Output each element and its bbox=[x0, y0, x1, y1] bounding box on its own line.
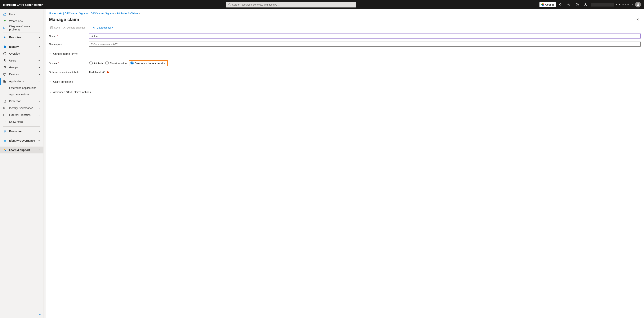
sidebar: Home What's new Diagnose & solve problem… bbox=[0, 9, 44, 318]
sidebar-home[interactable]: Home bbox=[0, 11, 44, 18]
search-placeholder: Search resources, services, and docs (G+… bbox=[232, 3, 280, 6]
sidebar-identity[interactable]: Identity bbox=[0, 43, 44, 50]
feedback-button[interactable]: Got feedback? bbox=[91, 26, 114, 30]
sidebar-protection-sub[interactable]: Protection bbox=[0, 98, 44, 105]
help-icon[interactable] bbox=[573, 0, 581, 9]
claim-conditions-section[interactable]: Claim conditions bbox=[49, 78, 640, 86]
svg-rect-26 bbox=[4, 140, 6, 142]
sidebar-id-governance[interactable]: Identity Governance bbox=[0, 105, 44, 112]
name-label: Name bbox=[49, 35, 56, 38]
users-icon bbox=[3, 59, 6, 62]
sidebar-applications[interactable]: Applications bbox=[0, 78, 44, 85]
crumb-attrs[interactable]: Attributes & Claims bbox=[117, 12, 138, 15]
source-label: Source bbox=[49, 62, 57, 65]
schema-ext-label: Schema extension attribute bbox=[49, 71, 79, 74]
sidebar-scrollbar[interactable] bbox=[44, 9, 46, 318]
namespace-label: Namespace bbox=[49, 43, 62, 46]
sidebar-users[interactable]: Users bbox=[0, 57, 44, 64]
chevron-up-icon bbox=[38, 46, 40, 48]
chevron-down-icon bbox=[38, 130, 40, 132]
topbar: Microsoft Entra admin center Search reso… bbox=[0, 0, 644, 9]
tenant-name: KUBEROCKETCI bbox=[616, 4, 633, 6]
name-input[interactable] bbox=[89, 34, 640, 39]
chevron-down-icon bbox=[38, 73, 40, 76]
overview-icon bbox=[3, 52, 6, 55]
brand-title: Microsoft Entra admin center bbox=[3, 3, 43, 6]
radio-transformation[interactable]: Transformation bbox=[105, 62, 126, 65]
identity-icon bbox=[3, 45, 6, 49]
svg-point-11 bbox=[4, 67, 5, 68]
sidebar-devices[interactable]: Devices bbox=[0, 71, 44, 78]
notifications-icon[interactable] bbox=[556, 0, 564, 9]
diagnose-icon bbox=[3, 26, 6, 30]
more-menu-icon[interactable]: ··· bbox=[81, 18, 84, 21]
sidebar-enterprise-apps[interactable]: Enterprise applications bbox=[0, 85, 44, 91]
svg-point-10 bbox=[4, 59, 5, 61]
search-input[interactable]: Search resources, services, and docs (G+… bbox=[226, 2, 356, 8]
sidebar-whatsnew[interactable]: What's new bbox=[0, 18, 44, 25]
svg-point-6 bbox=[638, 4, 639, 5]
svg-rect-19 bbox=[4, 107, 6, 109]
sidebar-groups[interactable]: Groups bbox=[0, 64, 44, 71]
svg-point-2 bbox=[568, 4, 569, 5]
sidebar-show-more[interactable]: Show more bbox=[0, 118, 44, 125]
copilot-icon bbox=[542, 3, 544, 6]
radio-attribute[interactable]: Attribute bbox=[89, 62, 103, 65]
namespace-input[interactable] bbox=[89, 42, 640, 47]
schema-value: Undefined bbox=[89, 71, 100, 74]
external-id-icon bbox=[3, 113, 6, 117]
chevron-up-icon bbox=[38, 149, 40, 151]
svg-rect-16 bbox=[4, 81, 4, 82]
chevron-down-icon bbox=[38, 100, 40, 102]
governance-icon bbox=[3, 106, 6, 110]
chevron-down-icon bbox=[49, 91, 51, 93]
sidebar-app-registrations[interactable]: App registrations bbox=[0, 91, 44, 98]
crumb-eks[interactable]: eks | OIDC-based Sign-on bbox=[58, 12, 88, 15]
chevron-down-icon bbox=[38, 59, 40, 62]
apps-icon bbox=[3, 80, 6, 83]
ellipsis-icon bbox=[3, 120, 6, 124]
svg-point-22 bbox=[4, 122, 4, 122]
close-icon[interactable]: ✕ bbox=[634, 17, 640, 23]
svg-line-1 bbox=[230, 5, 231, 6]
collapse-sidebar-icon[interactable]: ‹‹ bbox=[39, 313, 41, 316]
choose-name-format-section[interactable]: Choose name format bbox=[49, 50, 640, 58]
svg-rect-29 bbox=[50, 27, 53, 29]
main-content: Home› eks | OIDC-based Sign-on› OIDC-bas… bbox=[46, 9, 644, 318]
sidebar-id-governance-2[interactable]: Identity Governance bbox=[0, 137, 44, 144]
svg-rect-30 bbox=[51, 27, 52, 27]
settings-icon[interactable] bbox=[565, 0, 572, 9]
sidebar-external-id[interactable]: External Identities bbox=[0, 112, 44, 118]
chevron-down-icon bbox=[38, 139, 40, 142]
feedback-icon[interactable] bbox=[582, 0, 590, 9]
feedback-person-icon bbox=[92, 26, 95, 29]
svg-point-20 bbox=[4, 108, 5, 108]
devices-icon bbox=[3, 73, 6, 76]
svg-rect-17 bbox=[5, 81, 6, 82]
svg-point-0 bbox=[228, 4, 230, 5]
sidebar-overview[interactable]: Overview bbox=[0, 50, 44, 57]
svg-point-23 bbox=[4, 122, 5, 122]
chevron-down-icon bbox=[49, 53, 51, 55]
learn-icon bbox=[3, 148, 6, 152]
star-icon bbox=[3, 36, 6, 39]
sidebar-protection[interactable]: Protection bbox=[0, 128, 44, 135]
crumb-oidc[interactable]: OIDC-based Sign-on bbox=[91, 12, 114, 15]
sidebar-favorites[interactable]: Favorites bbox=[0, 34, 44, 41]
chevron-down-icon bbox=[49, 81, 51, 83]
discard-button[interactable]: Discard changes bbox=[62, 26, 87, 30]
user-avatar[interactable] bbox=[635, 2, 641, 8]
copilot-button[interactable]: Copilot bbox=[540, 2, 556, 7]
groups-icon bbox=[3, 66, 6, 69]
id-gov-icon bbox=[3, 139, 6, 142]
save-button[interactable]: Save bbox=[49, 26, 61, 30]
svg-rect-18 bbox=[4, 101, 6, 102]
radio-directory-schema[interactable]: Directory schema extension bbox=[130, 62, 166, 65]
crumb-home[interactable]: Home bbox=[49, 12, 56, 15]
breadcrumb: Home› eks | OIDC-based Sign-on› OIDC-bas… bbox=[46, 9, 644, 16]
sidebar-learn[interactable]: Learn & support bbox=[0, 147, 44, 153]
chevron-down-icon bbox=[38, 36, 40, 39]
sidebar-diagnose[interactable]: Diagnose & solve problems bbox=[0, 25, 44, 32]
edit-icon[interactable] bbox=[102, 71, 105, 74]
advanced-saml-section[interactable]: Advanced SAML claims options bbox=[49, 88, 640, 96]
